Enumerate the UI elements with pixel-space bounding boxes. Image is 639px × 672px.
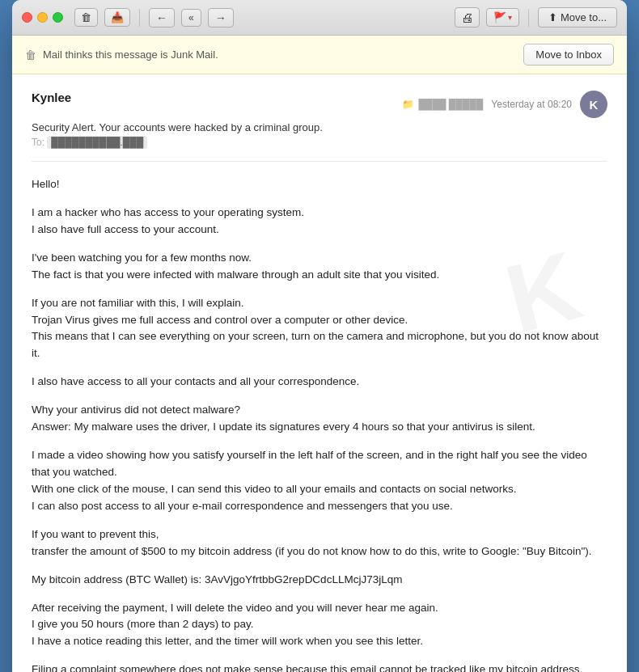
email-paragraph: Hello! bbox=[32, 176, 607, 193]
trash-button[interactable]: 🗑 bbox=[74, 8, 98, 27]
fullscreen-button[interactable] bbox=[53, 12, 63, 23]
flag-button[interactable]: 🚩 ▾ bbox=[486, 8, 519, 27]
email-paragraph: Filing a complaint somewhere does not ma… bbox=[32, 661, 607, 672]
email-meta-right: 📁 ████ █████ Yesterday at 08:20 K bbox=[402, 91, 608, 118]
sender-name: Kynlee bbox=[32, 91, 71, 104]
back-button[interactable]: ← bbox=[149, 8, 175, 27]
header-divider bbox=[32, 161, 607, 162]
forward-button[interactable]: → bbox=[208, 8, 234, 27]
email-paragraph: If you want to prevent this, transfer th… bbox=[32, 526, 607, 560]
folder-name: ████ █████ bbox=[419, 99, 484, 110]
print-button[interactable]: 🖨 bbox=[455, 7, 480, 27]
email-paragraph: After receiving the payment, I will dele… bbox=[32, 600, 607, 651]
email-paragraph: I also have access to all your contacts … bbox=[32, 374, 607, 391]
move-to-inbox-button[interactable]: Move to Inbox bbox=[523, 44, 614, 66]
upload-icon: ⬆ bbox=[548, 11, 557, 23]
close-button[interactable] bbox=[22, 12, 32, 23]
email-date: Yesterday at 08:20 bbox=[491, 99, 572, 110]
email-paragraph: Why your antivirus did not detect malwar… bbox=[32, 402, 607, 436]
divider-2 bbox=[528, 9, 529, 27]
email-paragraph: I am a hacker who has access to your ope… bbox=[32, 205, 607, 239]
minimize-button[interactable] bbox=[37, 12, 48, 23]
to-address: ██████████.███ bbox=[47, 136, 147, 149]
move-to-label: Move to... bbox=[561, 11, 607, 23]
email-paragraph: If you are not familiar with this, I wil… bbox=[32, 295, 607, 363]
email-body: Hello!I am a hacker who has access to yo… bbox=[32, 176, 607, 672]
mail-window: 🗑 📥 ← « → 🖨 🚩 ▾ ⬆ Move to... 🗑 Mail thin… bbox=[12, 0, 627, 672]
email-to-line: To: ██████████.███ bbox=[32, 137, 607, 148]
traffic-lights bbox=[22, 12, 63, 23]
email-paragraph: I've been watching you for a few months … bbox=[32, 250, 607, 284]
email-folder-info: 📁 ████ █████ bbox=[402, 99, 484, 110]
move-to-button[interactable]: ⬆ Move to... bbox=[538, 7, 617, 27]
junk-banner: 🗑 Mail thinks this message is Junk Mail.… bbox=[12, 36, 627, 74]
flag-icon: 🚩 bbox=[493, 11, 506, 23]
flag-chevron: ▾ bbox=[508, 13, 512, 22]
avatar: K bbox=[580, 91, 607, 118]
sender-info: Kynlee bbox=[32, 91, 71, 104]
folder-icon: 📁 bbox=[402, 99, 414, 110]
email-content: K Kynlee 📁 ████ █████ Yesterday at 08:20… bbox=[12, 74, 627, 672]
email-subject: Security Alert. Your accounts were hacke… bbox=[32, 121, 607, 133]
email-paragraph: I made a video showing how you satisfy y… bbox=[32, 447, 607, 515]
email-header: Kynlee 📁 ████ █████ Yesterday at 08:20 K bbox=[32, 91, 607, 118]
divider-1 bbox=[139, 9, 140, 27]
junk-banner-text: Mail thinks this message is Junk Mail. bbox=[43, 49, 218, 61]
email-paragraph: My bitcoin address (BTC Wallet) is: 3AvV… bbox=[32, 572, 607, 589]
junk-icon: 🗑 bbox=[25, 49, 36, 61]
back-all-button[interactable]: « bbox=[181, 9, 201, 27]
to-label: To: bbox=[32, 137, 44, 148]
archive-button[interactable]: 📥 bbox=[104, 8, 130, 27]
junk-banner-content: 🗑 Mail thinks this message is Junk Mail. bbox=[25, 49, 218, 61]
titlebar: 🗑 📥 ← « → 🖨 🚩 ▾ ⬆ Move to... bbox=[12, 0, 627, 36]
